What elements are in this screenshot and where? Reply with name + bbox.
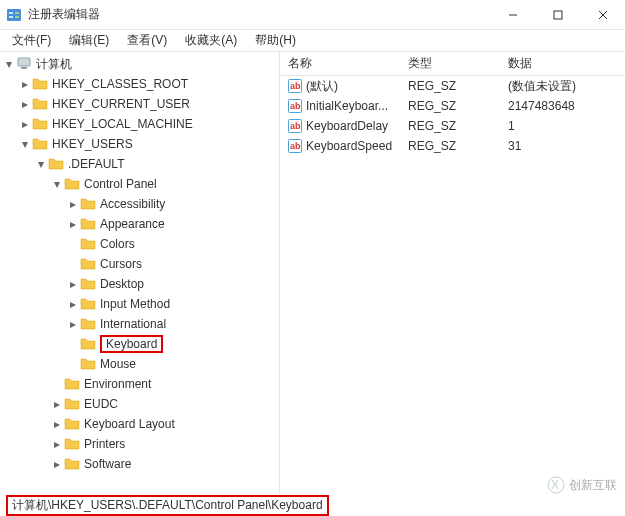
chevron-right-icon[interactable]: ▸ xyxy=(18,77,32,91)
tree-item-keyboard-layout[interactable]: ▸Keyboard Layout xyxy=(0,414,279,434)
tree-item-printers[interactable]: ▸Printers xyxy=(0,434,279,454)
tree-panel[interactable]: ▾ 计算机 ▸HKEY_CLASSES_ROOT ▸HKEY_CURRENT_U… xyxy=(0,52,280,494)
value-name: KeyboardDelay xyxy=(306,119,388,133)
tree-item-appearance[interactable]: ▸Appearance xyxy=(0,214,279,234)
tree-item-software[interactable]: ▸Software xyxy=(0,454,279,474)
chevron-right-icon[interactable]: ▸ xyxy=(18,97,32,111)
tree-label: Printers xyxy=(84,437,125,451)
chevron-down-icon[interactable]: ▾ xyxy=(34,157,48,171)
folder-icon xyxy=(80,216,96,232)
window-title: 注册表编辑器 xyxy=(28,6,490,23)
chevron-right-icon[interactable]: ▸ xyxy=(66,317,80,331)
chevron-right-icon[interactable]: ▸ xyxy=(66,197,80,211)
titlebar: 注册表编辑器 xyxy=(0,0,625,30)
tree-item-mouse[interactable]: Mouse xyxy=(0,354,279,374)
chevron-down-icon[interactable]: ▾ xyxy=(18,137,32,151)
value-type: REG_SZ xyxy=(400,99,500,113)
tree-item-desktop[interactable]: ▸Desktop xyxy=(0,274,279,294)
folder-icon xyxy=(64,436,80,452)
tree-item-hkcr[interactable]: ▸HKEY_CLASSES_ROOT xyxy=(0,74,279,94)
folder-icon xyxy=(80,336,96,352)
chevron-right-icon[interactable]: ▸ xyxy=(18,117,32,131)
close-button[interactable] xyxy=(580,0,625,29)
maximize-button[interactable] xyxy=(535,0,580,29)
folder-icon xyxy=(32,76,48,92)
list-row[interactable]: abInitialKeyboar... REG_SZ 2147483648 xyxy=(280,96,625,116)
chevron-right-icon[interactable]: ▸ xyxy=(66,217,80,231)
tree-item-input-method[interactable]: ▸Input Method xyxy=(0,294,279,314)
menu-favorites[interactable]: 收藏夹(A) xyxy=(177,30,245,51)
svg-text:ab: ab xyxy=(290,141,301,151)
tree-item-control-panel[interactable]: ▾Control Panel xyxy=(0,174,279,194)
minimize-button[interactable] xyxy=(490,0,535,29)
list-row[interactable]: ab(默认) REG_SZ (数值未设置) xyxy=(280,76,625,96)
computer-icon xyxy=(16,56,32,72)
list-row[interactable]: abKeyboardDelay REG_SZ 1 xyxy=(280,116,625,136)
menu-file[interactable]: 文件(F) xyxy=(4,30,59,51)
tree-label: HKEY_CURRENT_USER xyxy=(52,97,190,111)
tree-label: Keyboard xyxy=(106,337,157,351)
svg-text:ab: ab xyxy=(290,101,301,111)
chevron-right-icon[interactable]: ▸ xyxy=(66,297,80,311)
svg-rect-3 xyxy=(15,12,19,14)
tree-item-accessibility[interactable]: ▸Accessibility xyxy=(0,194,279,214)
column-type[interactable]: 类型 xyxy=(400,55,500,72)
menu-view[interactable]: 查看(V) xyxy=(119,30,175,51)
tree-label: .DEFAULT xyxy=(68,157,124,171)
status-path: 计算机\HKEY_USERS\.DEFAULT\Control Panel\Ke… xyxy=(6,495,329,516)
svg-rect-10 xyxy=(21,67,27,69)
tree-label: Desktop xyxy=(100,277,144,291)
svg-rect-9 xyxy=(18,58,30,66)
column-name[interactable]: 名称 xyxy=(280,55,400,72)
tree-label: International xyxy=(100,317,166,331)
tree-label: HKEY_USERS xyxy=(52,137,133,151)
tree-root[interactable]: ▾ 计算机 xyxy=(0,54,279,74)
menubar: 文件(F) 编辑(E) 查看(V) 收藏夹(A) 帮助(H) xyxy=(0,30,625,52)
folder-icon xyxy=(64,456,80,472)
tree-item-environment[interactable]: Environment xyxy=(0,374,279,394)
chevron-right-icon[interactable]: ▸ xyxy=(66,277,80,291)
tree-label: Cursors xyxy=(100,257,142,271)
chevron-down-icon[interactable]: ▾ xyxy=(50,177,64,191)
tree-item-cursors[interactable]: Cursors xyxy=(0,254,279,274)
list-panel[interactable]: 名称 类型 数据 ab(默认) REG_SZ (数值未设置) abInitial… xyxy=(280,52,625,494)
menu-help[interactable]: 帮助(H) xyxy=(247,30,304,51)
folder-icon xyxy=(80,276,96,292)
tree-label: Keyboard Layout xyxy=(84,417,175,431)
watermark: X 创新互联 xyxy=(547,476,617,494)
column-data[interactable]: 数据 xyxy=(500,55,625,72)
tree-item-default[interactable]: ▾.DEFAULT xyxy=(0,154,279,174)
tree-item-international[interactable]: ▸International xyxy=(0,314,279,334)
chevron-right-icon[interactable]: ▸ xyxy=(50,437,64,451)
list-row[interactable]: abKeyboardSpeed REG_SZ 31 xyxy=(280,136,625,156)
folder-icon xyxy=(80,296,96,312)
regedit-icon xyxy=(6,7,22,23)
chevron-down-icon[interactable]: ▾ xyxy=(2,57,16,71)
svg-text:X: X xyxy=(551,478,559,492)
svg-rect-2 xyxy=(9,16,13,18)
folder-icon xyxy=(80,196,96,212)
chevron-right-icon[interactable]: ▸ xyxy=(50,457,64,471)
tree-label: EUDC xyxy=(84,397,118,411)
folder-icon xyxy=(32,136,48,152)
value-type: REG_SZ xyxy=(400,119,500,133)
tree-label: Appearance xyxy=(100,217,165,231)
string-value-icon: ab xyxy=(288,139,302,153)
tree-label: Control Panel xyxy=(84,177,157,191)
chevron-right-icon[interactable]: ▸ xyxy=(50,397,64,411)
chevron-right-icon[interactable]: ▸ xyxy=(50,417,64,431)
tree-item-hku[interactable]: ▾HKEY_USERS xyxy=(0,134,279,154)
menu-edit[interactable]: 编辑(E) xyxy=(61,30,117,51)
string-value-icon: ab xyxy=(288,79,302,93)
tree-item-keyboard[interactable]: Keyboard xyxy=(0,334,279,354)
tree-item-eudc[interactable]: ▸EUDC xyxy=(0,394,279,414)
list-header: 名称 类型 数据 xyxy=(280,52,625,76)
tree-item-hkcu[interactable]: ▸HKEY_CURRENT_USER xyxy=(0,94,279,114)
watermark-text: 创新互联 xyxy=(569,477,617,494)
statusbar: 计算机\HKEY_USERS\.DEFAULT\Control Panel\Ke… xyxy=(0,494,625,516)
tree-item-colors[interactable]: Colors xyxy=(0,234,279,254)
tree-item-hklm[interactable]: ▸HKEY_LOCAL_MACHINE xyxy=(0,114,279,134)
svg-rect-6 xyxy=(554,11,562,19)
tree-label: Software xyxy=(84,457,131,471)
value-data: 31 xyxy=(500,139,625,153)
